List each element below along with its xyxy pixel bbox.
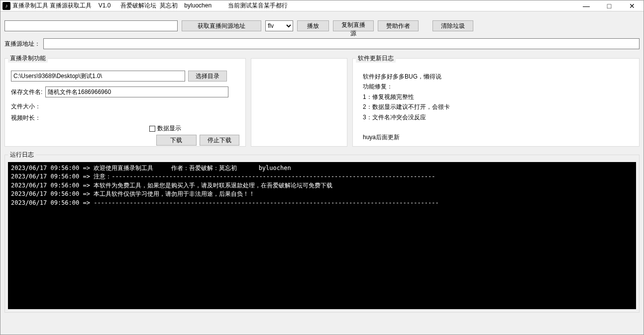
maximize-button[interactable]: □ [598,0,621,11]
close-button[interactable]: ✕ [621,0,644,11]
get-source-url-button[interactable]: 获取直播间源地址 [182,20,261,31]
app-window: ♪ 直播录制工具 直播源获取工具 V1.0 吾爱破解论坛 莫忘初 byluoch… [0,0,644,335]
clear-trash-button[interactable]: 清除垃圾 [432,20,473,31]
source-address-row: 直播源地址： [4,38,640,49]
runlog-legend: 运行日志 [8,151,36,159]
update-log-panel: 软件更新日志 软件好多好多多BUG，懒得说功能修复：1：修复视频完整性2：数据显… [352,58,640,147]
source-address-input[interactable] [43,38,640,49]
show-data-checkbox[interactable]: 数据显示 [149,124,239,133]
duration-label: 视频时长： [11,114,239,122]
app-icon: ♪ [2,2,10,10]
runlog-console[interactable]: 2023/06/17 09:56:00 => 欢迎使用直播录制工具 作者：吾爱破… [8,162,636,309]
download-button[interactable]: 下载 [156,135,197,146]
record-legend: 直播录制功能 [8,54,48,63]
titlebar[interactable]: ♪ 直播录制工具 直播源获取工具 V1.0 吾爱破解论坛 莫忘初 byluoch… [0,0,644,11]
panel-row: 直播录制功能 选择目录 保存文件名: 文件大小： 视频时长： 数据显示 下载 [4,58,640,147]
copy-source-button[interactable]: 复制直播源 [333,20,374,31]
client-area: 获取直播间源地址 flv 播放 复制直播源 赞助作者 清除垃圾 直播源地址： 直… [0,11,644,315]
filesize-label: 文件大小： [11,102,239,111]
filename-row: 保存文件名: [11,86,239,97]
filename-label: 保存文件名: [11,88,42,96]
window-title: 直播录制工具 直播源获取工具 V1.0 吾爱破解论坛 莫忘初 byluochen… [12,1,288,10]
download-buttons: 下载 停止下载 [156,135,239,146]
update-legend: 软件更新日志 [356,54,396,63]
window-controls: — □ ✕ [575,0,644,11]
checkbox-box-icon [149,126,155,132]
stop-download-button[interactable]: 停止下载 [200,135,240,146]
filename-input[interactable] [45,86,228,97]
source-address-label: 直播源地址： [4,40,40,48]
record-panel: 直播录制功能 选择目录 保存文件名: 文件大小： 视频时长： 数据显示 下载 [4,58,246,147]
update-body: 软件好多好多多BUG，懒得说功能修复：1：修复视频完整性2：数据显示建议不打开，… [359,71,633,141]
minimize-button[interactable]: — [575,0,598,11]
preview-panel [251,58,347,147]
choose-dir-button[interactable]: 选择目录 [188,71,227,82]
path-row: 选择目录 [11,71,239,82]
stream-url-input[interactable] [4,20,178,31]
runlog-panel: 运行日志 2023/06/17 09:56:00 => 欢迎使用直播录制工具 作… [4,155,640,313]
sponsor-button[interactable]: 赞助作者 [378,20,419,31]
play-button[interactable]: 播放 [297,20,329,31]
show-data-label: 数据显示 [157,124,181,133]
toolbar: 获取直播间源地址 flv 播放 复制直播源 赞助作者 清除垃圾 [4,20,640,31]
format-select[interactable]: flv [265,20,293,31]
save-path-input[interactable] [11,71,185,82]
